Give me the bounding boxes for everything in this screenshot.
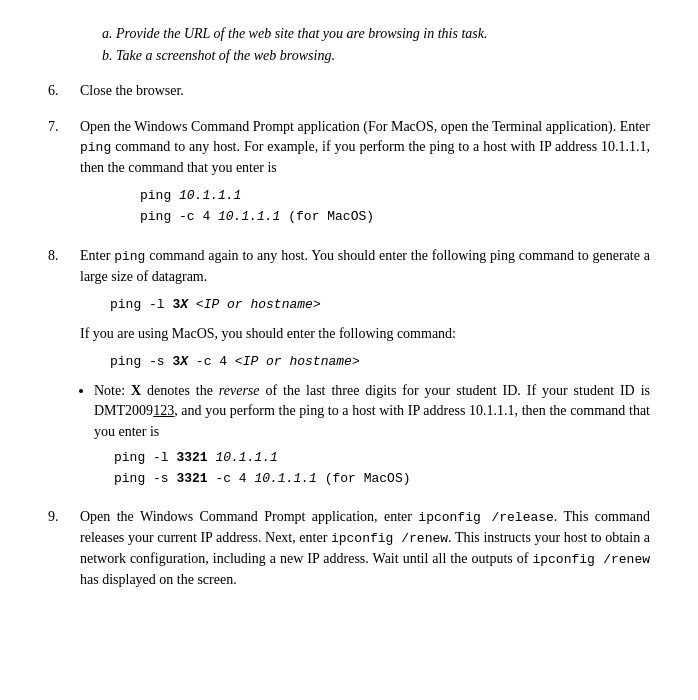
item-7-code: ping 10.1.1.1 ping -c 4 10.1.1.1 (for Ma… <box>140 186 650 228</box>
item-8: 8. Enter ping command again to any host.… <box>48 246 650 498</box>
student-id-underline: 123 <box>153 403 174 418</box>
item-9-number: 9. <box>48 507 80 596</box>
reverse-italic: reverse <box>219 383 260 398</box>
item-9-content: Open the Windows Command Prompt applicat… <box>80 507 650 596</box>
x-bold: X <box>131 383 141 398</box>
item-7-content: Open the Windows Command Prompt applicat… <box>80 117 650 236</box>
item-8-macos-text: If you are using MacOS, you should enter… <box>80 324 650 344</box>
item-8-code1: ping -l 3X <IP or hostname> <box>110 295 650 316</box>
item-7-number: 7. <box>48 117 80 236</box>
item-8-code2: ping -s 3X -c 4 <IP or hostname> <box>110 352 650 373</box>
item-6-text: Close the browser. <box>80 81 650 101</box>
code-line-1: ping 10.1.1.1 <box>140 186 650 207</box>
ipconfig-renew-2: ipconfig /renew <box>532 552 650 567</box>
item-6-content: Close the browser. <box>80 81 650 107</box>
item-6-number: 6. <box>48 81 80 107</box>
bullet-note: Note: X denotes the reverse of the last … <box>94 381 650 489</box>
code-ping-s: ping -s 3X -c 4 <IP or hostname> <box>110 352 650 373</box>
sub-list: Provide the URL of the web site that you… <box>116 24 650 67</box>
item-8-text: Enter ping command again to any host. Yo… <box>80 246 650 287</box>
ping-code-2: ping <box>114 249 145 264</box>
item-7: 7. Open the Windows Command Prompt appli… <box>48 117 650 236</box>
ipconfig-release: ipconfig /release <box>418 510 554 525</box>
sub-item-b: Take a screenshot of the web browsing. <box>116 46 650 66</box>
item-7-text: Open the Windows Command Prompt applicat… <box>80 117 650 178</box>
item-8-example-code: ping -l 3321 10.1.1.1 ping -s 3321 -c 4 … <box>114 448 650 490</box>
item-9: 9. Open the Windows Command Prompt appli… <box>48 507 650 596</box>
item-8-number: 8. <box>48 246 80 498</box>
ping-code-1: ping <box>80 140 111 155</box>
item-6: 6. Close the browser. <box>48 81 650 107</box>
code-line-2: ping -c 4 10.1.1.1 (for MacOS) <box>140 207 650 228</box>
item-8-content: Enter ping command again to any host. Yo… <box>80 246 650 498</box>
example-line-2: ping -s 3321 -c 4 10.1.1.1 (for MacOS) <box>114 469 650 490</box>
item-9-text: Open the Windows Command Prompt applicat… <box>80 507 650 590</box>
example-line-1: ping -l 3321 10.1.1.1 <box>114 448 650 469</box>
sub-items-section: Provide the URL of the web site that you… <box>48 24 650 67</box>
code-ping-l: ping -l 3X <IP or hostname> <box>110 295 650 316</box>
ipconfig-renew: ipconfig /renew <box>331 531 448 546</box>
sub-item-a: Provide the URL of the web site that you… <box>116 24 650 44</box>
item-8-bullets: Note: X denotes the reverse of the last … <box>94 381 650 489</box>
